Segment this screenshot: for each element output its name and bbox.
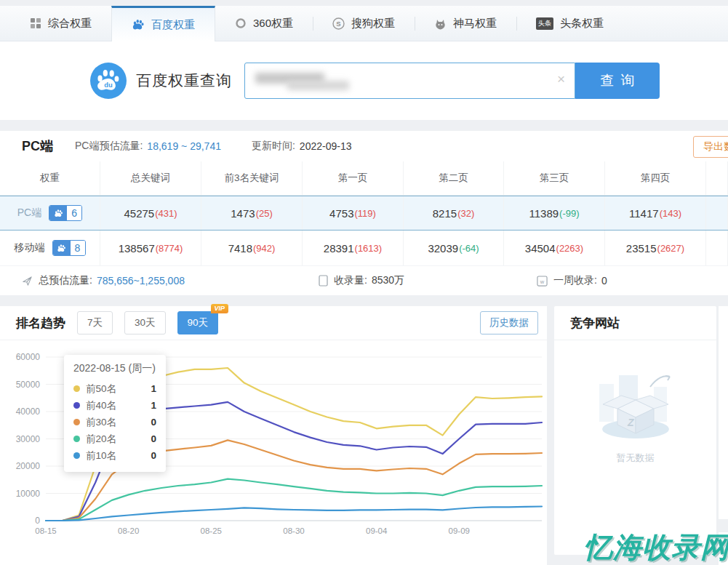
svg-text:09-04: 09-04 <box>366 526 388 535</box>
competitor-title: 竞争网站 <box>554 306 716 340</box>
col-header: 总关键词 <box>100 161 201 195</box>
query-button[interactable]: 查询 <box>575 63 660 99</box>
svg-text:09-09: 09-09 <box>449 526 470 535</box>
range-button-90d[interactable]: 90天 VIP <box>177 311 219 334</box>
stat-label: 一周收录: <box>553 274 597 287</box>
update-time-label: 更新时间: <box>252 140 295 153</box>
cell-value: 4753 <box>329 207 353 220</box>
cell-cut <box>706 196 728 230</box>
svg-text:10000: 10000 <box>16 489 41 499</box>
page-title: 百度权重查询 <box>136 71 232 91</box>
tab-label: 360权重 <box>253 17 293 31</box>
site-watermark: 忆海收录网 <box>584 528 728 565</box>
stats-row: 总预估流量: 785,656~1,255,008 收录量: 8530万 w 一周… <box>0 265 728 295</box>
cell-delta: (-64) <box>459 243 479 254</box>
tab-bar: 综合权重 百度权重 360权重 S 搜狗权重 神马权重 头条 头条权重 <box>0 6 728 41</box>
svg-text:08-20: 08-20 <box>118 526 139 535</box>
tab-360-weight[interactable]: 360权重 <box>215 6 313 41</box>
range-button-7d[interactable]: 7天 <box>77 311 113 334</box>
col-header: 第一页 <box>303 161 404 195</box>
col-header: 第三页 <box>504 161 605 195</box>
summary-header: PC端 PC端预估流量: 18,619 ~ 29,741 更新时间: 2022-… <box>0 131 728 161</box>
cell-delta: (25) <box>256 208 273 219</box>
keyword-table: 权重 总关键词 前3名关键词 第一页 第二页 第三页 第四页 PC端 6 452… <box>0 161 728 265</box>
shenma-horse-icon <box>434 17 447 30</box>
tooltip-row: 前50名1 <box>73 380 156 397</box>
tab-shenma-weight[interactable]: 神马权重 <box>415 6 516 41</box>
sogou-s-icon: S <box>332 17 345 30</box>
circle-icon <box>235 17 247 29</box>
cell-value: 7418 <box>228 242 252 255</box>
series-value: 0 <box>151 433 156 444</box>
vip-badge: VIP <box>211 304 229 313</box>
bottom-section: 排名趋势 7天 30天 90天 VIP 历史数据 010000200003000… <box>0 306 728 565</box>
series-label: 前20名 <box>86 433 116 446</box>
row-name: 移动端 <box>15 241 45 255</box>
svg-text:0: 0 <box>35 516 40 526</box>
chart-body: 010000200003000040000500006000008-1508-2… <box>0 340 547 565</box>
row-name: PC端 <box>17 207 41 220</box>
chart-title: 排名趋势 <box>16 315 65 332</box>
svg-text:30000: 30000 <box>16 434 41 444</box>
range-label: 90天 <box>188 317 209 328</box>
tab-label: 神马权重 <box>453 17 497 31</box>
cell-value: 34504 <box>525 242 556 255</box>
search-box: × 查询 <box>244 63 660 99</box>
cell-delta: (32) <box>457 208 474 219</box>
tab-sogou-weight[interactable]: S 搜狗权重 <box>313 6 415 41</box>
tab-composite-weight[interactable]: 综合权重 <box>10 6 111 41</box>
chart-header: 排名趋势 7天 30天 90天 VIP 历史数据 <box>0 306 547 340</box>
cell-value: 8215 <box>433 207 457 220</box>
series-dot <box>73 385 80 392</box>
svg-text:50000: 50000 <box>16 380 41 390</box>
col-header: 前3名关键词 <box>201 161 303 195</box>
pc-summary-card: PC端 PC端预估流量: 18,619 ~ 29,741 更新时间: 2022-… <box>0 131 728 295</box>
tab-toutiao-weight[interactable]: 头条 头条权重 <box>516 6 623 41</box>
col-header: 第二页 <box>404 161 504 195</box>
series-label: 前40名 <box>86 399 116 412</box>
cut-off-card-sliver <box>719 306 728 565</box>
svg-text:08-25: 08-25 <box>201 526 222 535</box>
cell-cut <box>706 231 728 265</box>
cell-delta: (119) <box>354 208 375 219</box>
search-input[interactable]: × <box>244 63 575 99</box>
tab-label: 综合权重 <box>48 17 92 31</box>
table-header-row: 权重 总关键词 前3名关键词 第一页 第二页 第三页 第四页 <box>0 161 728 196</box>
cell-value: 23515 <box>626 242 657 255</box>
history-data-button[interactable]: 历史数据 <box>480 311 538 334</box>
svg-text:du: du <box>104 81 113 89</box>
grid-icon <box>30 17 41 29</box>
tooltip-row: 前10名0 <box>73 447 156 464</box>
svg-text:w: w <box>540 278 545 284</box>
cell-value: 11417 <box>629 207 659 220</box>
series-label: 前10名 <box>86 449 116 462</box>
cell-delta: (942) <box>253 243 275 254</box>
stat-value: 8530万 <box>372 274 404 287</box>
weight-value: 6 <box>67 206 81 220</box>
competitor-empty-state: Z 暂无数据 <box>554 340 716 465</box>
svg-text:08-15: 08-15 <box>35 526 56 535</box>
series-label: 前50名 <box>86 382 116 396</box>
svg-text:40000: 40000 <box>16 406 41 417</box>
stat-total-traffic: 总预估流量: 785,656~1,255,008 <box>22 274 319 287</box>
range-button-30d[interactable]: 30天 <box>124 311 166 334</box>
cell-delta: (8774) <box>156 243 183 254</box>
cell-value: 11389 <box>529 207 559 220</box>
traffic-value: 18,619 ~ 29,741 <box>147 140 221 152</box>
series-dot <box>73 402 80 409</box>
stat-week-indexed: w 一周收录: 0 <box>537 274 607 287</box>
export-data-button[interactable]: 导出数据 <box>693 136 728 158</box>
col-header: 第四页 <box>605 161 706 195</box>
tab-baidu-weight[interactable]: 百度权重 <box>111 6 215 41</box>
cell-delta: (143) <box>660 208 681 219</box>
cell-value: 138567 <box>119 242 155 255</box>
stat-value: 785,656~1,255,008 <box>97 275 185 286</box>
tooltip-row: 前30名0 <box>73 414 156 430</box>
weight-badge: 6 <box>49 205 82 221</box>
tab-label: 搜狗权重 <box>351 17 395 31</box>
series-value: 1 <box>151 400 156 411</box>
clear-input-icon[interactable]: × <box>557 72 565 86</box>
svg-text:Z: Z <box>627 417 634 428</box>
section-title: PC端 <box>22 137 53 155</box>
week-icon: w <box>537 276 548 286</box>
